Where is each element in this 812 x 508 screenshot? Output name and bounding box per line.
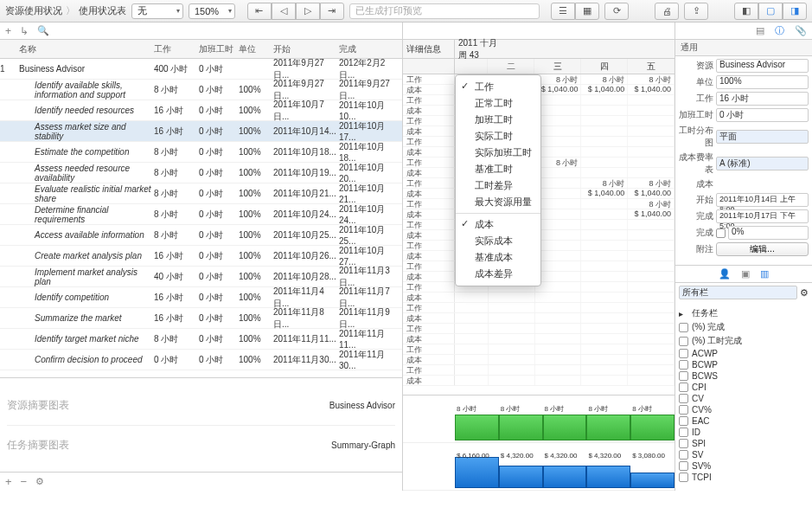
start-field[interactable]: 2011年10月14日 上午8:00	[716, 193, 809, 207]
panel-right-button[interactable]: ◨	[783, 3, 807, 20]
search-icon[interactable]: 🔍	[37, 25, 49, 36]
table-row[interactable]: Identify needed resources16 小时0 小时100%20…	[0, 100, 402, 121]
column-item[interactable]: CV	[677, 393, 810, 404]
table-row[interactable]: Identify available skills, information a…	[0, 80, 402, 100]
table-row[interactable]: Summarize the market16 小时0 小时100%2011年11…	[0, 308, 402, 329]
column-item[interactable]: EAC	[677, 415, 810, 427]
cols-tab1-icon[interactable]: 👤	[719, 268, 731, 280]
menu-item[interactable]: 加班工时	[456, 112, 540, 128]
menu-item[interactable]: 实际加班工时	[456, 145, 540, 161]
menu-item[interactable]: 最大资源用量	[456, 194, 540, 210]
calendar-view-button[interactable]: ▦	[575, 3, 599, 20]
table-row[interactable]: Identify target market niche8 小时0 小时100%…	[0, 329, 402, 350]
add-icon[interactable]: +	[5, 475, 12, 488]
columns-gear-icon[interactable]: ⚙	[800, 287, 809, 299]
col-name[interactable]: 名称	[16, 43, 154, 55]
column-item[interactable]: BCWS	[677, 370, 810, 382]
checkbox[interactable]	[679, 450, 688, 460]
checkbox[interactable]	[679, 439, 688, 448]
checkbox[interactable]	[679, 428, 688, 437]
ot-field[interactable]: 0 小时	[716, 108, 809, 122]
column-item[interactable]: CV%	[677, 404, 810, 415]
column-item[interactable]: (%) 工时完成	[677, 334, 810, 348]
checkbox[interactable]	[679, 349, 688, 358]
menu-item[interactable]: 工时差异	[456, 177, 540, 194]
panel-left-button[interactable]: ◧	[734, 3, 758, 20]
menu-item[interactable]: 基准工时	[456, 161, 540, 177]
column-item[interactable]: CPI	[677, 382, 810, 393]
search-input[interactable]: 已生成打印预览	[349, 3, 540, 19]
menu-item[interactable]: 工作	[456, 79, 540, 95]
detail-header[interactable]: 详细信息	[403, 40, 455, 58]
column-item[interactable]: ID	[677, 427, 810, 438]
edit-button[interactable]: 编辑...	[716, 242, 809, 256]
menu-item[interactable]: 实际成本	[456, 233, 540, 249]
col-ot[interactable]: 加班工时	[199, 43, 239, 55]
column-item[interactable]: SV%	[677, 460, 810, 472]
breadcrumb-1[interactable]: 资源使用状况	[5, 4, 62, 17]
cols-tab3-icon[interactable]: ▥	[760, 268, 769, 280]
table-row[interactable]: Identify competition16 小时0 小时100%2011年11…	[0, 287, 402, 308]
filter-select[interactable]: 无	[131, 3, 183, 19]
clip-tab-icon[interactable]: 📎	[795, 25, 807, 36]
refresh-button[interactable]: ⟳	[604, 3, 629, 20]
table-row[interactable]: Create market analysis plan16 小时0 小时100%…	[0, 246, 402, 267]
unit-field[interactable]: 100%	[716, 75, 809, 89]
settings-icon[interactable]: ⚙	[35, 476, 44, 487]
table-row[interactable]: Determine financial requirements8 小时0 小时…	[0, 204, 402, 225]
column-item[interactable]: SPI	[677, 438, 810, 449]
work-field[interactable]: 16 小时	[716, 92, 809, 106]
last-button[interactable]: ⇥	[320, 3, 344, 20]
cols-tab2-icon[interactable]: ▣	[741, 268, 750, 280]
checkbox[interactable]	[679, 405, 688, 415]
column-item[interactable]: TCPI	[677, 472, 810, 483]
prev-button[interactable]: ◁	[272, 3, 296, 20]
share-button[interactable]: ⇪	[684, 3, 708, 20]
rate-field[interactable]: A (标准)	[716, 157, 809, 170]
list-view-button[interactable]: ☰	[551, 3, 575, 20]
column-item[interactable]: ACWP	[677, 348, 810, 359]
table-row[interactable]: Evaluate realistic initial market share8…	[0, 183, 402, 204]
first-button[interactable]: ⇤	[247, 3, 272, 20]
add-row-icon[interactable]: +	[5, 25, 11, 37]
column-item[interactable]: SV	[677, 449, 810, 460]
table-row[interactable]: 1Business Advisor400 小时0 小时2011年9月27日...…	[0, 59, 402, 80]
checkbox[interactable]	[679, 371, 688, 381]
breadcrumb-2[interactable]: 使用状况表	[79, 4, 126, 17]
checkbox[interactable]	[679, 461, 688, 471]
menu-item[interactable]: 成本差异	[456, 266, 540, 282]
checkbox[interactable]	[679, 394, 688, 403]
panel-mid-button[interactable]: ▢	[758, 3, 783, 20]
next-button[interactable]: ▷	[296, 3, 320, 20]
checkbox[interactable]	[679, 360, 688, 370]
column-item[interactable]: (%) 完成	[677, 320, 810, 334]
columns-select[interactable]: 所有栏	[679, 286, 797, 299]
indent-icon[interactable]: ↳	[20, 25, 29, 37]
zoom-select[interactable]: 150%	[189, 3, 235, 19]
col-start[interactable]: 开始	[273, 43, 339, 55]
remove-icon[interactable]: −	[21, 475, 28, 488]
table-row[interactable]: Confirm decision to proceed0 小时0 小时100%2…	[0, 350, 402, 370]
end-field[interactable]: 2011年10月17日 下午5:00	[716, 209, 809, 223]
table-row[interactable]: Estimate the competition8 小时0 小时100%2011…	[0, 142, 402, 163]
menu-item[interactable]: 实际工时	[456, 128, 540, 145]
table-row[interactable]: Assess market size and stability16 小时0 小…	[0, 121, 402, 142]
done-checkbox[interactable]	[716, 228, 726, 238]
table-row[interactable]: Access available information8 小时0 小时100%…	[0, 225, 402, 246]
doc-tab-icon[interactable]: ▤	[756, 25, 764, 36]
print-button[interactable]: 🖨	[655, 3, 679, 20]
menu-item[interactable]: 基准成本	[456, 249, 540, 266]
dist-field[interactable]: 平面	[716, 130, 809, 144]
col-work[interactable]: 工作	[154, 43, 199, 55]
checkbox[interactable]	[679, 323, 688, 332]
table-row[interactable]: Implement market analysis plan40 小时0 小时1…	[0, 267, 402, 287]
menu-item[interactable]: 成本	[456, 216, 540, 233]
info-tab-icon[interactable]: ⓘ	[775, 24, 784, 37]
resource-field[interactable]: Business Advisor	[716, 59, 809, 73]
checkbox[interactable]	[679, 473, 688, 482]
done-field[interactable]: 0%	[728, 226, 809, 240]
checkbox[interactable]	[679, 383, 688, 392]
checkbox[interactable]	[679, 416, 688, 426]
column-item[interactable]: BCWP	[677, 359, 810, 370]
table-row[interactable]: Assess needed resource availability8 小时0…	[0, 163, 402, 183]
